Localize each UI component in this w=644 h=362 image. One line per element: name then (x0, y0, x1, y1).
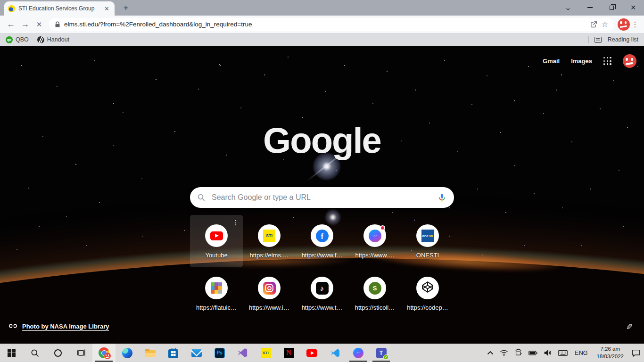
share-icon[interactable] (590, 20, 598, 28)
lock-icon[interactable] (55, 21, 60, 28)
date: 18/03/2022 (596, 353, 624, 361)
flat-ui-colors-icon (211, 282, 222, 294)
task-view-icon[interactable] (69, 344, 92, 362)
microsoft-store-icon (168, 349, 178, 358)
chrome-profile-badge (104, 353, 111, 359)
forward-button[interactable]: → (18, 17, 32, 32)
link-icon (8, 321, 17, 332)
windows-taskbar: Ps STI N T (0, 344, 644, 362)
taskbar-teams-button[interactable]: T (370, 344, 393, 362)
taskbar-store-button[interactable] (162, 344, 185, 362)
sti-elms-icon: STI (263, 230, 275, 242)
images-link[interactable]: Images (571, 58, 592, 65)
shortcut-codepen[interactable]: https://codep… (401, 267, 454, 320)
edge-icon (122, 348, 132, 358)
taskbar-messenger-button[interactable] (347, 344, 370, 362)
sti-college-icon: S (369, 282, 381, 295)
notification-dot (380, 225, 385, 230)
browser-window: STI Education Services Group ✕ + ⌄ ✕ ← →… (0, 0, 644, 362)
google-apps-icon[interactable] (603, 57, 611, 65)
bookmark-star-icon[interactable]: ☆ (602, 20, 608, 29)
quickbooks-icon: qb (6, 36, 13, 43)
taskbar-search-icon[interactable] (23, 344, 46, 362)
taskbar-vscode-button[interactable] (323, 344, 347, 362)
page-header: Gmail Images (543, 54, 636, 68)
url-text[interactable]: elms.sti.edu/?from=%2Fenrolled_dashboard… (64, 21, 586, 28)
start-button[interactable] (0, 344, 23, 362)
shortcut-grid: ⋮ Youtube STI https://elms.… f https://w… (190, 215, 454, 320)
battery-icon[interactable] (527, 350, 539, 356)
taskbar-mail-button[interactable] (185, 344, 208, 362)
gmail-link[interactable]: Gmail (543, 58, 560, 65)
volume-icon[interactable] (542, 349, 554, 356)
action-center-icon[interactable] (630, 349, 642, 357)
shortcut-elms-sti[interactable]: STI https://elms.… (243, 215, 296, 267)
google-account-avatar[interactable] (623, 54, 636, 68)
clock[interactable]: 7:26 am 18/03/2022 (593, 346, 627, 360)
taskbar-youtube-button[interactable] (300, 344, 323, 362)
taskbar-visualstudio-button[interactable] (231, 344, 254, 362)
voice-search-icon[interactable] (437, 193, 447, 203)
sti-app-icon: STI (261, 348, 271, 358)
language-indicator[interactable]: ENG (572, 350, 590, 356)
restore-button[interactable] (601, 0, 622, 15)
touch-keyboard-icon[interactable] (556, 350, 570, 356)
tray-chevron-icon[interactable] (485, 351, 495, 355)
stop-loading-button[interactable]: ✕ (32, 17, 46, 32)
youtube-icon (210, 231, 223, 240)
facebook-icon: f (316, 230, 329, 242)
shortcut-instagram[interactable]: https://www.i… (243, 267, 296, 320)
shortcut-youtube[interactable]: ⋮ Youtube (190, 215, 243, 267)
tile-menu-icon[interactable]: ⋮ (232, 219, 239, 226)
shortcut-facebook[interactable]: f https://www.f… (296, 215, 348, 267)
time: 7:26 am (596, 346, 624, 353)
tab-sti-education[interactable]: STI Education Services Group ✕ (4, 1, 115, 16)
teams-icon: T (376, 348, 387, 358)
sti-favicon-icon (8, 5, 15, 12)
cortana-icon[interactable] (46, 344, 69, 362)
bookmark-label: QBO (16, 36, 29, 43)
tab-bar: STI Education Services Group ✕ + ⌄ ✕ (0, 0, 644, 16)
taskbar-edge-button[interactable] (116, 344, 139, 362)
background-stars-bright (0, 46, 1, 47)
search-bar[interactable] (190, 187, 454, 208)
tab-search-chevron-icon[interactable]: ⌄ (553, 0, 583, 15)
shortcut-onesti[interactable]: onesti ONESTI (401, 215, 454, 267)
taskbar-sti-button[interactable]: STI (254, 344, 277, 362)
shortcut-sticollege[interactable]: S https://sticoll… (348, 267, 401, 320)
reading-list-button[interactable]: Reading list (594, 36, 638, 43)
wifi-icon[interactable] (498, 349, 510, 356)
address-bar[interactable]: elms.sti.edu/?from=%2Fenrolled_dashboard… (49, 18, 614, 31)
shortcut-flatuicolors[interactable]: https://flatuic… (190, 267, 243, 320)
close-window-button[interactable]: ✕ (622, 0, 644, 15)
tab-close-icon[interactable]: ✕ (103, 5, 111, 13)
messenger-icon (369, 230, 381, 242)
browser-menu-icon[interactable]: ⋮ (630, 20, 640, 29)
bookmark-qbo[interactable]: qb QBO (6, 36, 29, 43)
customize-background-icon[interactable]: ✎ (626, 322, 633, 332)
search-input[interactable] (211, 193, 432, 202)
file-explorer-icon (145, 350, 156, 357)
cast-icon[interactable] (512, 349, 524, 356)
taskbar-photoshop-button[interactable]: Ps (208, 344, 231, 362)
taskbar-netflix-button[interactable]: N (277, 344, 300, 362)
visual-studio-icon (237, 347, 248, 358)
search-icon (197, 193, 206, 202)
photo-attribution-link[interactable]: Photo by NASA Image Library (8, 321, 109, 332)
messenger-app-icon (353, 348, 363, 358)
shortcut-tiktok[interactable]: ♪ https://www.t… (296, 267, 348, 320)
bookmark-label: Handout (47, 36, 69, 43)
bookmark-handout[interactable]: Handout (37, 36, 69, 43)
new-tab-button[interactable]: + (120, 3, 132, 13)
attribution-text[interactable]: Photo by NASA Image Library (22, 323, 109, 331)
system-tray: ENG 7:26 am 18/03/2022 (485, 344, 644, 362)
profile-avatar[interactable] (618, 18, 630, 31)
tiktok-icon: ♪ (316, 282, 329, 295)
taskbar-explorer-button[interactable] (139, 344, 162, 362)
mail-icon (191, 349, 202, 357)
back-button[interactable]: ← (4, 17, 18, 32)
shortcut-messenger[interactable]: https://www.… (348, 215, 401, 267)
taskbar-chrome-button[interactable] (92, 344, 116, 362)
bookmarks-bar: qb QBO Handout Reading list (0, 33, 644, 46)
bookmarks-separator (588, 36, 589, 43)
